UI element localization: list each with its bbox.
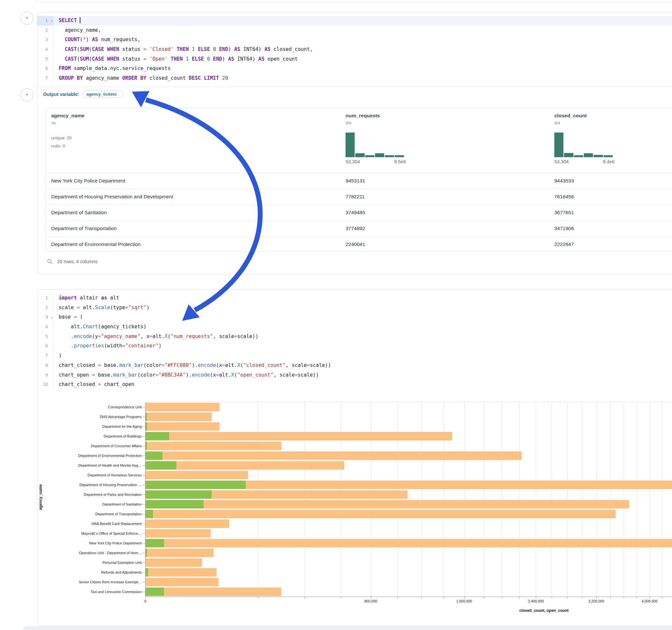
y-tick — [143, 475, 145, 476]
y-category-label: HRA Benefit Card Replacement — [37, 519, 142, 529]
bar-closed-count — [146, 519, 229, 528]
next-cell-fragment — [23, 626, 672, 630]
column-histogram — [554, 132, 613, 157]
code-text: .encode(y="agency_name", x=alt.X("num_re… — [54, 332, 258, 342]
column-header-agency_name[interactable]: agency_namestrunique: 20nulls: 0 — [46, 108, 340, 173]
table-row-count: 20 rows, 4 columns — [57, 259, 98, 264]
column-name: agency_name — [51, 113, 340, 119]
code-text: chart_closed = base.mark_bar(color="#FFC… — [54, 361, 331, 370]
y-category-label: Mayorâ€ s Office of Special Enforce… — [37, 529, 142, 538]
line-number: 10 — [37, 380, 54, 390]
bar-open-count — [146, 539, 164, 547]
column-type: i64 — [345, 121, 549, 125]
code-line[interactable]: 9chart_open = base.mark_bar(color="#8BC3… — [37, 370, 672, 380]
table-row: Department of Sanitation37494853677651 — [46, 204, 672, 220]
x-tick — [484, 597, 484, 599]
bar-closed-count — [146, 558, 202, 567]
fold-chevron-icon[interactable]: ∨ — [51, 16, 53, 26]
gridline — [519, 402, 520, 597]
bar-closed-count — [146, 578, 218, 586]
y-category-label: Department of Environmental Protection — [37, 451, 142, 461]
code-line[interactable]: 10chart_closed + chart_open — [37, 380, 672, 390]
gridline — [610, 402, 610, 597]
line-number: 1∨ — [37, 16, 54, 26]
code-line[interactable]: 2scale = alt.Scale(type="sqrt") — [37, 303, 672, 313]
y-tick — [143, 465, 145, 466]
code-line[interactable]: 2 agency_name, — [37, 26, 672, 35]
bar-open-count — [146, 490, 212, 499]
code-line[interactable]: 4 CAST(SUM(CASE WHEN status = 'Closed' T… — [37, 45, 672, 54]
output-variable-chip[interactable]: agency_tickets — [83, 91, 123, 98]
code-text: FROM sample_data.nyc.service_requests — [54, 64, 170, 74]
bar-closed-count — [146, 413, 212, 421]
x-axis-line — [145, 597, 672, 597]
column-header-closed_count[interactable]: closed_counti6453,3049.4e6 — [549, 108, 672, 173]
code-line[interactable]: 1∨SELECT — [37, 16, 672, 26]
y-category-label: Department of Consumer Affairs — [37, 441, 142, 451]
code-line[interactable]: 3∨base = ( — [37, 312, 672, 322]
code-text: scale = alt.Scale(type="sqrt") — [54, 303, 149, 313]
code-text: chart_closed + chart_open — [54, 380, 134, 390]
x-tick-label: 0 — [144, 599, 146, 603]
x-tick — [519, 597, 520, 599]
gridline — [637, 402, 637, 597]
x-tick — [341, 597, 341, 599]
line-number: 7 — [37, 74, 54, 83]
code-line[interactable]: 6FROM sample_data.nyc.service_requests — [37, 64, 672, 74]
result-table-body: New York City Police Department945313194… — [46, 173, 672, 251]
code-line[interactable]: 1import altair as alt — [37, 293, 672, 303]
line-number: 5 — [37, 332, 54, 342]
x-tick-label: 4,000,000 — [642, 599, 657, 603]
y-tick — [143, 524, 145, 524]
x-tick — [597, 597, 597, 599]
y-tick — [143, 436, 145, 437]
code-line[interactable]: 8chart_closed = base.mark_bar(color="#FF… — [37, 361, 672, 370]
x-tick — [536, 597, 536, 599]
y-tick — [143, 582, 145, 582]
code-line[interactable]: 3 COUNT(*) AS num_requests, — [37, 35, 672, 45]
y-category-label: Department of Homeless Services — [37, 470, 142, 480]
bar-open-count — [146, 510, 153, 518]
line-number: 2 — [37, 26, 54, 35]
column-header-num_requests[interactable]: num_requestsi6453,3049.5e6 — [340, 108, 549, 173]
sql-cell-card: 1∨SELECT 2 agency_name,3 COUNT(*) AS num… — [37, 12, 672, 274]
y-category-label: Department of Health and Mental Hyg… — [37, 461, 142, 470]
y-tick — [143, 553, 145, 553]
python-code-editor[interactable]: 1import altair as alt2scale = alt.Scale(… — [37, 290, 672, 390]
code-text: .properties(width="container") — [54, 341, 162, 351]
line-number: 3∨ — [37, 312, 54, 322]
x-tick — [624, 597, 624, 599]
y-tick — [143, 543, 145, 543]
code-line[interactable]: 6 .properties(width="container") — [37, 341, 672, 351]
y-tick — [143, 417, 145, 417]
x-tick — [637, 597, 637, 599]
code-line[interactable]: 7GROUP BY agency_name ORDER BY closed_co… — [37, 74, 672, 83]
x-tick-label: 3,200,000 — [589, 599, 604, 603]
x-tick — [305, 597, 305, 599]
bar-closed-count — [146, 442, 281, 450]
table-row: Department of Housing Preservation and D… — [46, 189, 672, 204]
code-line[interactable]: 7) — [37, 351, 672, 361]
x-tick — [610, 597, 610, 599]
search-icon[interactable] — [47, 259, 53, 264]
line-number: 2 — [37, 303, 54, 313]
gridline — [624, 402, 624, 597]
bar-closed-count — [146, 432, 452, 440]
x-tick — [398, 597, 398, 599]
code-text: COUNT(*) AS num_requests, — [54, 35, 140, 45]
gridline — [305, 402, 305, 597]
add-cell-button-top[interactable]: + — [20, 12, 33, 25]
gridline — [464, 402, 464, 597]
y-category-label: Department of Transportation — [37, 509, 142, 519]
code-line[interactable]: 5 CAST(SUM(CASE WHEN status = 'Open' THE… — [37, 54, 672, 64]
column-histogram — [345, 132, 404, 157]
y-category-label: Correspondence Unit — [37, 402, 142, 412]
add-cell-button-output[interactable]: + — [20, 89, 33, 101]
histogram-range-labels: 53,3049.5e6 — [345, 159, 406, 164]
code-text: CAST(SUM(CASE WHEN status = 'Closed' THE… — [54, 45, 313, 54]
code-line[interactable]: 4 alt.Chart(agency_tickets) — [37, 322, 672, 332]
fold-chevron-icon[interactable]: ∨ — [51, 313, 53, 322]
code-line[interactable]: 5 .encode(y="agency_name", x=alt.X("num_… — [37, 332, 672, 342]
sql-code-editor[interactable]: 1∨SELECT 2 agency_name,3 COUNT(*) AS num… — [37, 13, 672, 83]
bar-open-count — [146, 500, 203, 508]
